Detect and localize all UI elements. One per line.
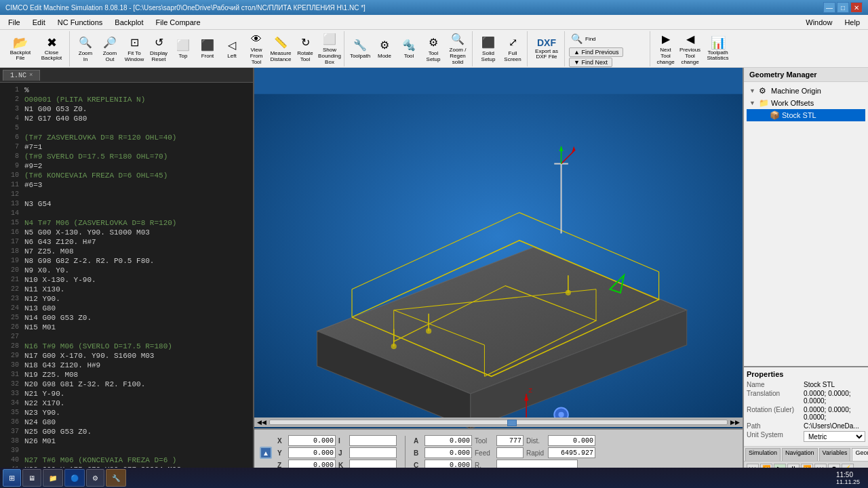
taskbar-browser[interactable]: 🔵 (64, 469, 85, 487)
nc-line[interactable]: 23N12 Y90. (0, 294, 253, 304)
taskbar-settings[interactable]: ⚙ (86, 469, 104, 487)
y-value[interactable] (288, 447, 336, 458)
nc-line[interactable]: 5 (0, 123, 253, 133)
nc-line[interactable]: 19N8 G98 G82 Z-2. R2. P0.5 F80. (0, 256, 253, 266)
nc-line[interactable]: 16N5 G00 X-130. Y90. S1000 M03 (0, 228, 253, 237)
zoom-in-button[interactable]: 🔍 Zoom In (74, 33, 97, 65)
taskbar-cimco[interactable]: 🔧 (106, 469, 126, 487)
expand-machine-origin[interactable]: ▼ (749, 87, 756, 94)
menu-window[interactable]: Window (800, 17, 837, 28)
nc-line[interactable]: 18N7 Z25. M08 (0, 247, 253, 256)
taskbar-explorer[interactable]: 🖥 (22, 469, 41, 487)
nc-line[interactable]: 35N23 Y90. (0, 408, 253, 418)
nc-line[interactable]: 3N1 G00 G53 Z0. (0, 104, 253, 114)
zoom-out-button[interactable]: 🔎 Zoom Out (98, 33, 121, 65)
nc-line[interactable]: 36N24 G80 (0, 418, 253, 427)
feed-value[interactable] (496, 447, 524, 458)
nc-line[interactable]: 29N17 G00 X-170. Y90. S1600 M03 (0, 351, 253, 361)
view-front-button[interactable]: ⬛ Front (196, 33, 219, 65)
menu-help[interactable]: Help (839, 17, 865, 28)
tree-item-stock-stl[interactable]: 📦 Stock STL (747, 109, 865, 121)
find-button[interactable]: 🔍 Find (569, 31, 598, 46)
nc-line[interactable]: 22N11 X130. (0, 285, 253, 294)
window-controls[interactable]: — □ ✕ (823, 2, 863, 13)
nc-line[interactable]: 17N6 G43 Z120. H#7 (0, 237, 253, 247)
nc-line[interactable]: 7#7=1 (0, 142, 253, 152)
expand-work-offsets[interactable]: ▼ (749, 100, 756, 106)
nc-line[interactable]: 2O00001 (PLITA KREPLENIIA N) (0, 95, 253, 104)
j-value[interactable] (349, 447, 397, 458)
toolpath-stats-button[interactable]: 📊 Toolpath Statistics (703, 33, 733, 65)
nc-tab-item[interactable]: 1.NC × (3, 70, 40, 81)
maximize-button[interactable]: □ (837, 2, 849, 13)
prev-tool-change-button[interactable]: ◀ Previous Tool change (679, 33, 702, 65)
nc-line[interactable]: 39 (0, 446, 253, 455)
menu-file-compare[interactable]: File Compare (151, 17, 206, 28)
nc-line[interactable]: 20N9 X0. Y0. (0, 266, 253, 275)
next-tool-change-button[interactable]: ▶ Next Tool change (654, 33, 677, 65)
x-value[interactable] (288, 435, 336, 446)
progress-thumb[interactable] (507, 420, 517, 426)
nc-code-content[interactable]: 1%2O00001 (PLITA KREPLENIIA N)3N1 G00 G5… (0, 83, 253, 476)
view-left-button[interactable]: ◁ Left (220, 33, 243, 65)
nc-line[interactable]: 40N27 T#6 M06 (KONCEVAIA FREZA D=6 ) (0, 455, 253, 465)
solid-setup-button[interactable]: ⬛ Solid Setup (477, 33, 500, 65)
view-from-tool-button[interactable]: 👁 View From Tool (245, 33, 268, 65)
bounding-box-button[interactable]: ⬜ Show Bounding Box (318, 33, 341, 65)
nc-line[interactable]: 1% (0, 85, 253, 95)
nc-line[interactable]: 27 (0, 332, 253, 342)
tab-variables[interactable]: Variables (819, 448, 851, 461)
backplot-file-button[interactable]: 📂 BackplotFile (5, 33, 35, 65)
nc-line[interactable]: 6(T#7 ZASVERLOVKA D=8 R=120 OHL=40) (0, 133, 253, 142)
a-value[interactable] (425, 435, 472, 446)
zoom-regen-button[interactable]: 🔍 Zoom / Regen solid (446, 33, 469, 65)
nc-line[interactable]: 34N22 X170. (0, 399, 253, 408)
rotate-tool-button[interactable]: ↻ Rotate Tool (294, 33, 317, 65)
nc-line[interactable]: 32N20 G98 G81 Z-32. R2. F100. (0, 380, 253, 389)
tab-navigation[interactable]: Navigation (782, 448, 818, 461)
nc-line[interactable]: 12 (0, 190, 253, 199)
nc-line[interactable]: 31N19 Z25. M08 (0, 370, 253, 380)
nc-line[interactable]: 10(T#6 KONCEVAIA FREZA D=6 OHL=45) (0, 171, 253, 180)
nc-line[interactable]: 21N10 X-130. Y-90. (0, 275, 253, 285)
tool-setup-button[interactable]: ⚙ Tool Setup (422, 33, 445, 65)
nc-line[interactable]: 15N4 T#7 M06 (ZASVERLOVKA D=8 R=120) (0, 218, 253, 228)
measure-distance-button[interactable]: 📏 Measure Distance (269, 33, 292, 65)
fit-to-window-button[interactable]: ⊡ Fit To Window (123, 33, 146, 65)
start-button[interactable]: ⊞ (3, 469, 21, 487)
i-value[interactable] (349, 435, 397, 446)
minimize-button[interactable]: — (823, 2, 835, 13)
nc-tab-close[interactable]: × (29, 72, 33, 79)
tree-item-work-offsets[interactable]: ▼ 📁 Work Offsets (747, 97, 865, 109)
nc-line[interactable]: 24N13 G80 (0, 304, 253, 313)
nc-line[interactable]: 14 (0, 209, 253, 218)
export-dxf-button[interactable]: DXF Export as DXF File (532, 33, 561, 65)
menu-backplot[interactable]: Backplot (109, 17, 149, 28)
nc-line[interactable]: 11#6=3 (0, 180, 253, 190)
taskbar-folder[interactable]: 📁 (43, 469, 63, 487)
nc-line[interactable]: 26N15 M01 (0, 323, 253, 332)
viewport-progress-bar[interactable]: ◀◀ ▶▶ (254, 418, 743, 427)
close-button[interactable]: ✕ (850, 2, 863, 13)
nc-line[interactable]: 25N14 G00 G53 Z0. (0, 313, 253, 323)
full-screen-button[interactable]: ⤢ Full Screen (501, 33, 524, 65)
display-reset-button[interactable]: ↺ Display Reset (147, 33, 170, 65)
tool-value[interactable] (496, 435, 524, 446)
nc-line[interactable]: 37N25 G00 G53 Z0. (0, 427, 253, 436)
tool-button[interactable]: 🔩 Tool (397, 33, 420, 65)
b-value[interactable] (425, 447, 472, 458)
find-next-button[interactable]: ▼ Find Next (569, 58, 612, 67)
nc-line[interactable]: 4N2 G17 G40 G80 (0, 114, 253, 123)
dist-value[interactable] (548, 435, 595, 446)
find-previous-button[interactable]: ▲ Find Previous (569, 47, 623, 57)
view-top-button[interactable]: ⬜ Top (172, 33, 195, 65)
nc-line[interactable]: 30N18 G43 Z120. H#9 (0, 361, 253, 370)
nc-line[interactable]: 38N26 M01 (0, 436, 253, 446)
tree-item-machine-origin[interactable]: ▼ ⚙ Machine Origin (747, 85, 865, 97)
close-backplot-button[interactable]: ✖ CloseBackplot (37, 33, 66, 65)
nc-line[interactable]: 13N3 G54 (0, 199, 253, 209)
nc-line[interactable]: 8(T#9 SVERLO D=17.5 R=180 OHL=70) (0, 152, 253, 161)
menu-edit[interactable]: Edit (27, 17, 51, 28)
nc-line[interactable]: 9#9=2 (0, 161, 253, 171)
3d-viewport[interactable]: Z X ◀◀ ▶▶ ▲ X I Y (254, 68, 743, 476)
